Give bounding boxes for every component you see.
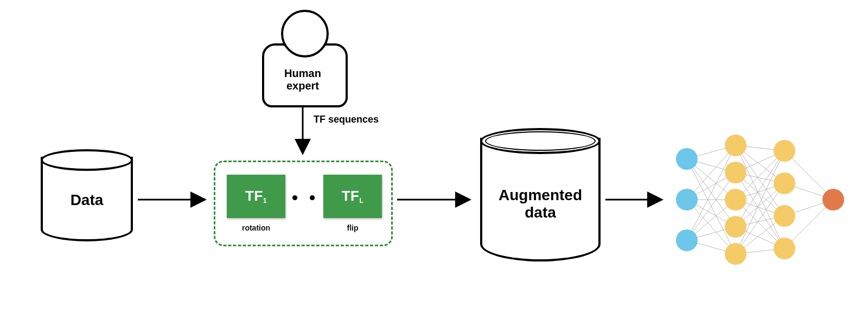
tfL-prefix: TF	[342, 188, 360, 204]
svg-point-44	[676, 189, 698, 210]
augmented-label-line2: data	[525, 204, 556, 221]
augmented-data-cylinder: Augmented data	[480, 128, 601, 261]
arrow-pipeline-to-augmented	[395, 189, 476, 210]
svg-point-49	[725, 216, 746, 238]
arrow-augmented-to-nn	[603, 189, 668, 210]
tfL-sub: L	[359, 197, 363, 205]
svg-point-45	[676, 229, 698, 251]
augmented-label-line1: Augmented	[499, 187, 582, 203]
tf-sequences-label: TF sequences	[314, 114, 379, 125]
tf-block-1: TF1	[227, 175, 285, 218]
human-expert-label-line1: Human	[284, 67, 321, 79]
data-cylinder: Data	[41, 149, 133, 241]
tf-block-L: TFL	[323, 175, 382, 218]
svg-point-50	[725, 243, 746, 265]
tf1-sub: 1	[263, 197, 267, 205]
svg-point-55	[822, 189, 844, 210]
tf1-prefix: TF	[245, 188, 263, 204]
svg-point-48	[725, 189, 746, 210]
tfL-caption: flip	[323, 223, 382, 232]
svg-point-43	[676, 148, 698, 170]
human-expert-label-line2: expert	[286, 80, 319, 92]
svg-point-54	[774, 238, 795, 259]
arrow-data-to-pipeline	[136, 189, 212, 210]
svg-point-52	[774, 173, 795, 194]
diagram-canvas: Data Human expert TF sequences	[0, 0, 868, 313]
svg-point-46	[725, 135, 746, 156]
human-expert-icon: Human expert	[254, 10, 352, 113]
svg-point-51	[774, 140, 795, 162]
neural-network-icon	[671, 118, 850, 281]
data-cylinder-label: Data	[41, 191, 133, 209]
svg-point-53	[774, 205, 795, 227]
svg-point-47	[725, 162, 746, 183]
arrow-human-to-pipeline	[292, 106, 314, 160]
tf1-caption: rotation	[227, 223, 285, 232]
